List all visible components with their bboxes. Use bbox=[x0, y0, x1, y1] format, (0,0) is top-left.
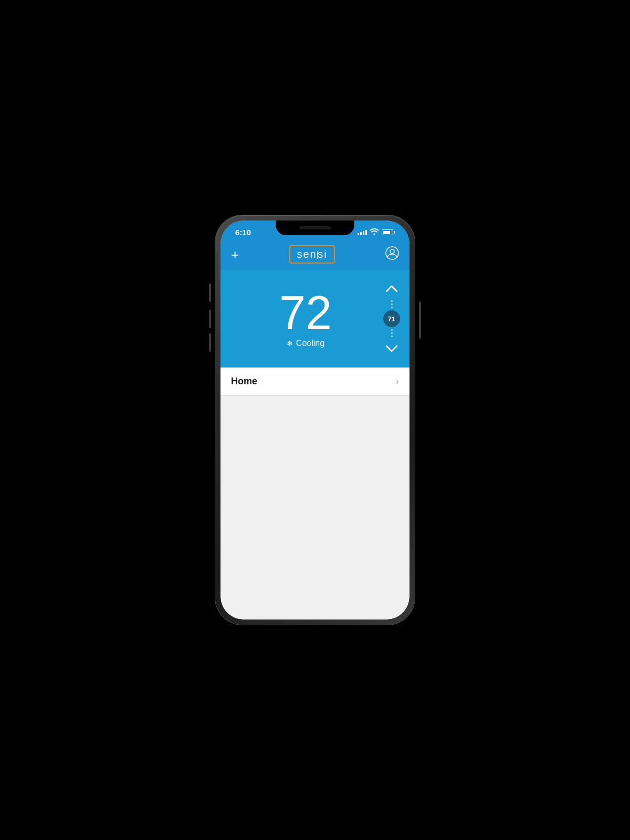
app-logo: sensi bbox=[297, 248, 327, 260]
temp-down-button[interactable] bbox=[382, 339, 401, 358]
signal-icon bbox=[358, 230, 367, 235]
setpoint-badge: 71 bbox=[383, 310, 400, 327]
phone-frame: 6:10 bbox=[215, 215, 415, 625]
screen: 6:10 bbox=[220, 220, 410, 620]
logo-container: sensi bbox=[289, 245, 334, 264]
chevron-right-icon: › bbox=[396, 376, 399, 387]
battery-icon bbox=[382, 229, 395, 235]
temperature-display: 72 bbox=[279, 289, 332, 337]
temp-up-button[interactable] bbox=[382, 279, 401, 298]
mode-text: Cooling bbox=[296, 339, 324, 348]
dots-indicator-2 bbox=[391, 329, 393, 337]
phone-inner: 6:10 bbox=[220, 220, 410, 620]
snowflake-icon: ❄ bbox=[287, 339, 293, 348]
home-item[interactable]: Home › bbox=[220, 368, 410, 396]
content-area bbox=[220, 396, 410, 620]
temp-section: 72 ❄ Cooling bbox=[229, 289, 382, 348]
profile-button[interactable] bbox=[385, 246, 399, 263]
notch bbox=[276, 220, 354, 235]
temp-controls: 71 bbox=[382, 279, 401, 358]
status-icons bbox=[358, 228, 395, 236]
speaker bbox=[299, 226, 331, 229]
thermostat-card: 72 ❄ Cooling 71 bbox=[220, 270, 410, 368]
svg-point-1 bbox=[390, 249, 394, 254]
wifi-icon bbox=[370, 228, 379, 236]
status-time: 6:10 bbox=[235, 228, 251, 237]
mode-label: ❄ Cooling bbox=[287, 339, 324, 348]
home-label: Home bbox=[231, 376, 257, 387]
add-button[interactable]: + bbox=[231, 248, 239, 261]
app-header: + sensi bbox=[220, 241, 410, 270]
dots-indicator bbox=[391, 300, 393, 308]
